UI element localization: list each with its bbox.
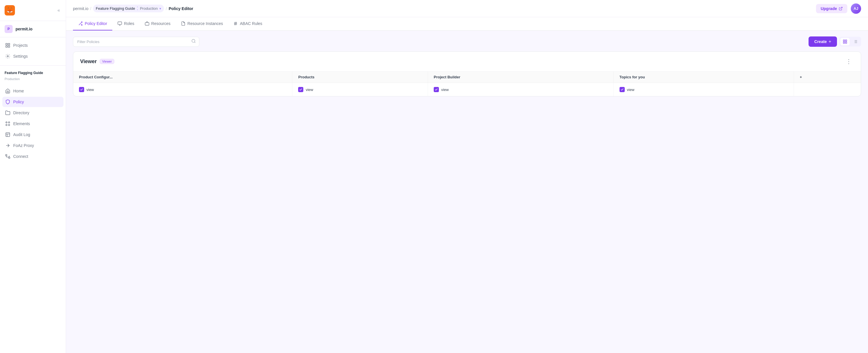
tab-policy-editor[interactable]: Policy Editor bbox=[73, 17, 112, 30]
checkbox-view-1[interactable] bbox=[298, 87, 303, 92]
permission-label: view bbox=[306, 88, 313, 92]
avatar[interactable]: AJ bbox=[851, 3, 861, 14]
resource-instances-tab-icon bbox=[181, 21, 186, 26]
workspace-icon: P bbox=[5, 25, 13, 33]
filter-bar: Create + bbox=[73, 36, 861, 47]
permission-item[interactable]: view bbox=[434, 86, 608, 93]
breadcrumb-page: Policy Editor bbox=[168, 6, 193, 11]
check-icon bbox=[80, 88, 83, 91]
breadcrumb-dots: ⁚ bbox=[137, 6, 138, 11]
sidebar-collapse-button[interactable]: « bbox=[56, 7, 61, 14]
sidebar-item-foaz-proxy[interactable]: FoAz Proxy bbox=[2, 140, 63, 151]
workspace-selector[interactable]: P permit.io bbox=[0, 21, 66, 37]
svg-rect-12 bbox=[6, 154, 7, 156]
sidebar-item-label: Connect bbox=[13, 154, 28, 159]
roles-tab-icon bbox=[118, 21, 122, 26]
tab-roles[interactable]: Roles bbox=[112, 17, 140, 30]
sidebar-item-settings[interactable]: Settings bbox=[2, 51, 63, 61]
grid-view-icon bbox=[843, 39, 847, 44]
checkbox-view-2[interactable] bbox=[434, 87, 439, 92]
sidebar-header: 🦊 « bbox=[0, 0, 66, 21]
abac-tab-icon bbox=[233, 21, 238, 26]
permission-item[interactable]: view bbox=[79, 86, 286, 93]
app-logo: 🦊 bbox=[5, 5, 15, 15]
permission-label: view bbox=[87, 88, 94, 92]
sidebar-item-label: Policy bbox=[13, 100, 24, 104]
sidebar-item-label: Settings bbox=[13, 54, 28, 59]
breadcrumb-sep-1: / bbox=[90, 6, 91, 11]
sidebar-item-projects[interactable]: Projects bbox=[2, 40, 63, 51]
breadcrumb-project-env[interactable]: Feature Flagging Guide ⁚ Production ▾ bbox=[93, 5, 164, 12]
add-resource-button[interactable]: + bbox=[794, 71, 861, 83]
svg-rect-16 bbox=[118, 22, 122, 24]
permission-item[interactable]: view bbox=[620, 86, 788, 93]
sidebar-item-label: FoAz Proxy bbox=[13, 143, 34, 148]
column-header-resource-1: Products bbox=[292, 71, 428, 83]
svg-rect-27 bbox=[845, 40, 847, 41]
sidebar-item-home[interactable]: Home bbox=[2, 86, 63, 96]
check-icon bbox=[299, 88, 303, 91]
cell-resource-0-permissions: view bbox=[73, 83, 292, 96]
permission-label: view bbox=[441, 88, 448, 92]
section-env: Production bbox=[0, 76, 66, 83]
tab-abac-rules[interactable]: ABAC Rules bbox=[228, 17, 268, 30]
svg-rect-9 bbox=[6, 133, 10, 137]
policy-menu-button[interactable]: ⋮ bbox=[844, 57, 854, 66]
svg-rect-1 bbox=[8, 43, 10, 45]
svg-line-22 bbox=[235, 22, 235, 25]
policy-editor-tab-icon bbox=[78, 21, 83, 26]
filter-actions: Create + bbox=[809, 36, 861, 47]
connect-icon bbox=[5, 154, 10, 159]
sidebar-item-label: Elements bbox=[13, 121, 30, 126]
sidebar-item-directory[interactable]: Directory bbox=[2, 108, 63, 118]
sidebar: 🦊 « P permit.io Projects Settings Featur… bbox=[0, 0, 66, 353]
svg-point-4 bbox=[7, 56, 9, 57]
svg-point-24 bbox=[192, 39, 195, 42]
table-row: view view bbox=[73, 83, 861, 96]
main-content: permit.io / Feature Flagging Guide ⁚ Pro… bbox=[66, 0, 868, 353]
check-icon bbox=[620, 88, 624, 91]
checkbox-view-0[interactable] bbox=[79, 87, 84, 92]
directory-icon bbox=[5, 110, 10, 116]
sidebar-item-audit-log[interactable]: Audit Log bbox=[2, 129, 63, 140]
sub-nav: Home Policy Directory Elements Audit Log… bbox=[0, 83, 66, 164]
sidebar-divider bbox=[0, 65, 66, 66]
sidebar-item-label: Home bbox=[13, 89, 24, 93]
tabs-bar: Policy Editor Roles Resources Resource I… bbox=[66, 17, 868, 31]
svg-rect-28 bbox=[843, 42, 845, 43]
grid-view-button[interactable] bbox=[840, 38, 849, 45]
list-view-button[interactable] bbox=[851, 38, 860, 45]
cell-resource-1-permissions: view bbox=[292, 83, 428, 96]
proxy-icon bbox=[5, 143, 10, 148]
svg-rect-19 bbox=[145, 23, 149, 25]
svg-rect-2 bbox=[6, 46, 7, 47]
topbar-actions: Upgrade AJ bbox=[816, 3, 861, 14]
upgrade-button[interactable]: Upgrade bbox=[816, 4, 847, 13]
tab-resources[interactable]: Resources bbox=[140, 17, 176, 30]
checkbox-view-3[interactable] bbox=[620, 87, 625, 92]
policy-icon bbox=[5, 99, 10, 104]
sidebar-item-connect[interactable]: Connect bbox=[2, 151, 63, 162]
tab-resource-instances[interactable]: Resource Instances bbox=[176, 17, 228, 30]
section-title: Feature Flagging Guide bbox=[0, 67, 66, 76]
breadcrumb-root[interactable]: permit.io bbox=[73, 6, 89, 11]
role-badge: Viewer bbox=[100, 59, 114, 64]
breadcrumb-project: Feature Flagging Guide bbox=[96, 6, 135, 11]
cell-resource-3-permissions: view bbox=[614, 83, 794, 96]
list-view-icon bbox=[853, 39, 858, 44]
view-toggle bbox=[839, 37, 861, 46]
search-icon bbox=[191, 39, 196, 44]
sidebar-item-label: Audit Log bbox=[13, 132, 30, 137]
policy-card-header: Viewer Viewer ⋮ bbox=[73, 52, 861, 71]
sidebar-item-elements[interactable]: Elements bbox=[2, 119, 63, 129]
svg-rect-0 bbox=[6, 43, 7, 45]
permission-item[interactable]: view bbox=[298, 86, 422, 93]
filter-input[interactable] bbox=[73, 37, 199, 47]
svg-line-23 bbox=[236, 22, 237, 25]
sidebar-item-policy[interactable]: Policy bbox=[2, 97, 63, 107]
top-nav: Projects Settings bbox=[0, 37, 66, 64]
policy-card: Viewer Viewer ⋮ Product Configur... Prod… bbox=[73, 52, 861, 96]
create-button[interactable]: Create + bbox=[809, 36, 837, 47]
breadcrumb-env: Production bbox=[140, 6, 158, 11]
filter-input-wrapper bbox=[73, 37, 199, 47]
